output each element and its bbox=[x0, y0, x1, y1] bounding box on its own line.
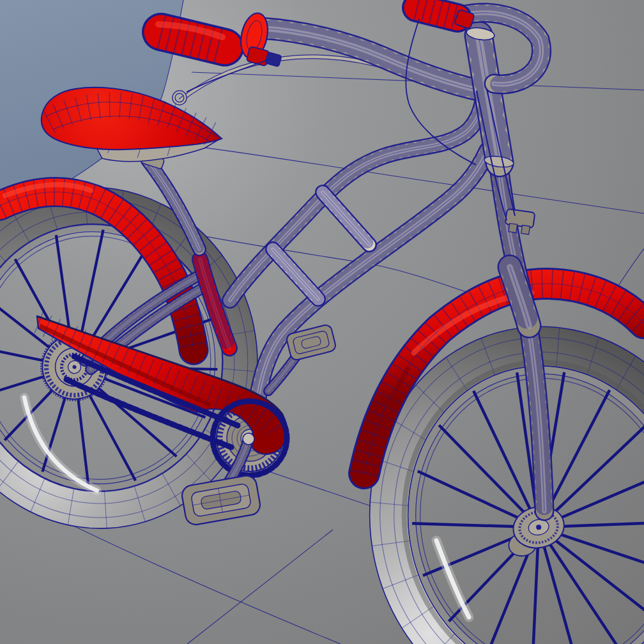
viewport[interactable] bbox=[0, 0, 644, 644]
viewport-canvas[interactable] bbox=[0, 0, 644, 644]
crank-axle-cap bbox=[243, 433, 254, 445]
